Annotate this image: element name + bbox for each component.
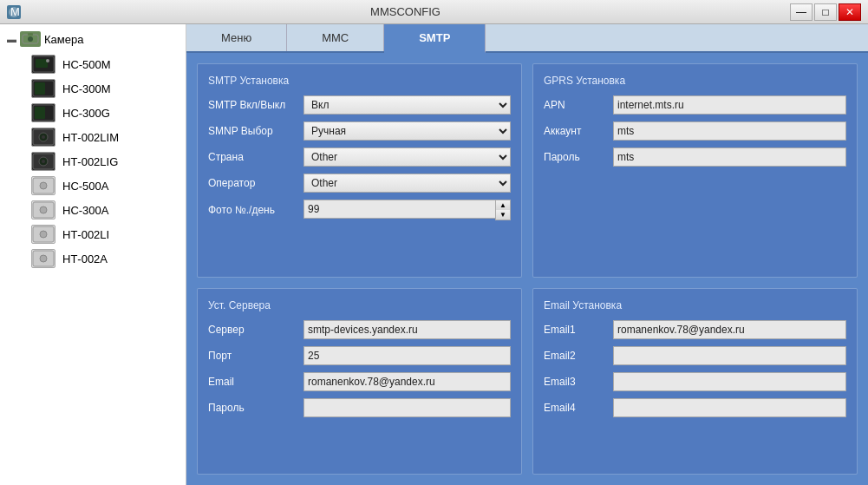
email1-label: Email1 (544, 324, 613, 336)
country-label: Страна (208, 151, 303, 163)
sidebar-item-ht002li[interactable]: НТ-002LI (28, 222, 182, 246)
email-panel-title: Email Установка (544, 299, 846, 311)
email2-row: Email2 (544, 346, 846, 365)
spinner-buttons: ▲ ▼ (495, 200, 511, 220)
photos-per-day-input[interactable] (303, 200, 495, 219)
port-input[interactable] (303, 346, 511, 365)
cam-thumb-ht002lim (31, 128, 55, 147)
cam-thumb-ht002li (31, 225, 55, 244)
svg-point-3 (28, 36, 33, 42)
server-panel: Уст. Сервера Сервер Порт Email Пароль (197, 288, 522, 475)
apn-label: APN (544, 99, 613, 111)
tab-mmc[interactable]: MMC (287, 24, 384, 51)
sidebar-label-ht002li: НТ-002LI (62, 228, 109, 241)
spinner-up-button[interactable]: ▲ (496, 200, 510, 210)
gprs-password-label: Пароль (544, 151, 613, 163)
smnp-choice-row: SMNP Выбор Ручная Авто (208, 121, 511, 141)
tab-bar: Меню MMC SMTP (186, 24, 868, 53)
email4-row: Email4 (544, 398, 846, 417)
restore-button[interactable]: □ (814, 3, 837, 21)
server-password-label: Пароль (208, 402, 303, 414)
cam-thumb-ht002a (31, 249, 55, 268)
svg-point-25 (40, 255, 47, 262)
cam-thumb-hc300g (31, 103, 55, 122)
email3-label: Email3 (544, 376, 613, 388)
sidebar-label-ht002a: НТ-002A (62, 252, 108, 265)
window-title: MMSCONFIG (21, 5, 790, 18)
title-bar: M MMSCONFIG — □ ✕ (0, 0, 868, 24)
svg-rect-11 (35, 107, 45, 119)
sidebar-items: НС-500M НС-300M НС-300G НТ (3, 52, 182, 271)
svg-text:M: M (10, 6, 20, 18)
smnp-choice-select[interactable]: Ручная Авто (303, 121, 511, 141)
main-layout: ▬ Камера НС-500M (0, 24, 868, 485)
apn-input[interactable] (613, 95, 846, 115)
title-bar-left: M (7, 5, 21, 19)
photos-per-day-spinner: ▲ ▼ (303, 200, 511, 220)
server-password-row: Пароль (208, 398, 511, 417)
smtp-onoff-row: SMTP Вкл/Выкл Вкл Выкл (208, 95, 511, 115)
sidebar-root-label: Камера (44, 33, 83, 46)
email2-label: Email2 (544, 350, 613, 362)
email4-input[interactable] (613, 398, 846, 417)
server-email-input[interactable] (303, 372, 511, 391)
spinner-down-button[interactable]: ▼ (496, 210, 510, 220)
photos-per-day-row: Фото №./день ▲ ▼ (208, 200, 511, 220)
tab-smtp[interactable]: SMTP (384, 24, 486, 53)
cam-thumb-hc300a (31, 200, 55, 220)
sidebar-label-hc500m: НС-500M (62, 58, 111, 71)
email3-row: Email3 (544, 372, 846, 391)
server-password-input[interactable] (303, 398, 511, 417)
email4-label: Email4 (544, 402, 613, 414)
country-select[interactable]: Other Russia (303, 147, 511, 167)
operator-label: Оператор (208, 177, 303, 189)
sidebar-item-hc500m[interactable]: НС-500M (28, 52, 182, 76)
sidebar-item-hc300m[interactable]: НС-300M (28, 76, 182, 101)
sidebar-root[interactable]: ▬ Камера (3, 29, 182, 49)
sidebar-item-ht002a[interactable]: НТ-002A (28, 246, 182, 271)
sidebar-item-hc500a[interactable]: НС-500A (28, 174, 182, 198)
svg-rect-4 (28, 33, 33, 36)
sidebar-item-ht002lig[interactable]: НТ-002LIG (28, 149, 182, 174)
sidebar-label-hc300a: НС-300A (62, 204, 108, 217)
email1-input[interactable] (613, 320, 846, 339)
account-input[interactable] (613, 121, 846, 141)
smtp-panel-title: SMTP Установка (208, 75, 511, 87)
smnp-choice-label: SMNP Выбор (208, 125, 303, 137)
gprs-panel-title: GPRS Установка (544, 75, 846, 87)
account-row: Аккаунт (544, 121, 846, 141)
smtp-onoff-select[interactable]: Вкл Выкл (303, 95, 511, 115)
sidebar-label-ht002lig: НТ-002LIG (62, 155, 118, 168)
sidebar-label-hc500a: НС-500A (62, 180, 108, 193)
operator-select[interactable]: Other MTS (303, 174, 511, 193)
smtp-onoff-label: SMTP Вкл/Выкл (208, 99, 303, 111)
sidebar-item-ht002lim[interactable]: НТ-002LIM (28, 125, 182, 149)
gprs-panel: GPRS Установка APN Аккаунт Пароль (532, 63, 858, 278)
email2-input[interactable] (613, 346, 846, 365)
window-controls: — □ ✕ (790, 3, 861, 21)
sidebar-item-hc300g[interactable]: НС-300G (28, 101, 182, 125)
sidebar: ▬ Камера НС-500M (0, 24, 186, 485)
minimize-button[interactable]: — (790, 3, 813, 21)
content-area: Меню MMC SMTP SMTP Установка SMTP Вкл/Вы… (186, 24, 868, 485)
server-input[interactable] (303, 320, 511, 339)
gprs-password-input[interactable] (613, 147, 846, 167)
svg-point-7 (46, 59, 49, 62)
close-button[interactable]: ✕ (839, 3, 861, 21)
email3-input[interactable] (613, 372, 846, 391)
svg-point-23 (40, 231, 47, 238)
expand-icon[interactable]: ▬ (7, 34, 16, 44)
svg-point-21 (40, 206, 47, 213)
apn-row: APN (544, 95, 846, 115)
tab-menu[interactable]: Меню (186, 24, 287, 51)
sidebar-label-hc300m: НС-300M (62, 82, 111, 95)
server-email-row: Email (208, 372, 511, 391)
svg-point-19 (40, 182, 47, 189)
account-label: Аккаунт (544, 125, 613, 137)
sidebar-item-hc300a[interactable]: НС-300A (28, 198, 182, 222)
photos-per-day-label: Фото №./день (208, 204, 303, 216)
panels-area: SMTP Установка SMTP Вкл/Выкл Вкл Выкл SM… (186, 53, 868, 485)
email1-row: Email1 (544, 320, 846, 339)
svg-rect-9 (35, 82, 45, 95)
cam-thumb-hc300m (31, 79, 55, 98)
